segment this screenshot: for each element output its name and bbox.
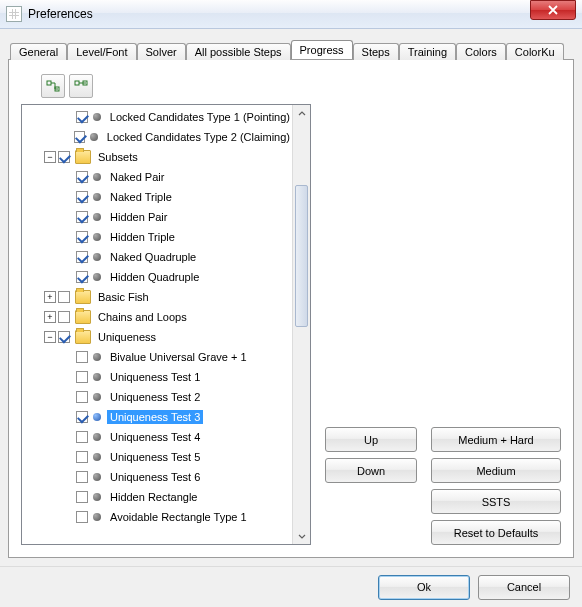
medium-hard-button[interactable]: Medium + Hard — [431, 427, 561, 452]
checkbox[interactable] — [76, 391, 88, 403]
folder-icon — [75, 150, 91, 164]
checkbox[interactable] — [76, 451, 88, 463]
tree-toolbar — [41, 74, 561, 98]
tab-all-possible-steps[interactable]: All possible Steps — [186, 43, 291, 60]
tree-item-label: Uniqueness Test 3 — [107, 410, 203, 424]
vertical-scrollbar[interactable] — [292, 105, 310, 544]
reset-defaults-button[interactable]: Reset to Defaults — [431, 520, 561, 545]
checkbox[interactable] — [76, 231, 88, 243]
chevron-up-icon — [298, 110, 306, 118]
tree-item-label: Uniqueness Test 6 — [107, 470, 203, 484]
expander-minus-icon[interactable]: − — [44, 331, 56, 343]
collapse-tree-icon — [74, 79, 88, 93]
ssts-button[interactable]: SSTS — [431, 489, 561, 514]
tree-item-label: Bivalue Universal Grave + 1 — [107, 350, 250, 364]
tree-row[interactable]: Uniqueness Test 6 — [26, 467, 293, 487]
tree-row[interactable]: Locked Candidates Type 2 (Claiming) — [26, 127, 293, 147]
tree-item-label: Uniqueness Test 5 — [107, 450, 203, 464]
checkbox[interactable] — [58, 331, 70, 343]
tree-view[interactable]: Locked Candidates Type 1 (Pointing)Locke… — [22, 105, 293, 544]
expander-minus-icon[interactable]: − — [44, 151, 56, 163]
tree-row[interactable]: Naked Quadruple — [26, 247, 293, 267]
tab-level-font[interactable]: Level/Font — [67, 43, 136, 60]
medium-button[interactable]: Medium — [431, 458, 561, 483]
collapse-all-button[interactable] — [69, 74, 93, 98]
tree-row[interactable]: Hidden Triple — [26, 227, 293, 247]
tree-row[interactable]: −Subsets — [26, 147, 293, 167]
tab-solver[interactable]: Solver — [137, 43, 186, 60]
tab-colorku[interactable]: ColorKu — [506, 43, 564, 60]
tree-row[interactable]: Hidden Quadruple — [26, 267, 293, 287]
checkbox[interactable] — [76, 271, 88, 283]
checkbox[interactable] — [76, 431, 88, 443]
checkbox[interactable] — [76, 211, 88, 223]
tree-row[interactable]: Avoidable Rectangle Type 1 — [26, 507, 293, 527]
tree-item-label: Naked Quadruple — [107, 250, 199, 264]
app-icon — [6, 6, 22, 22]
tree-row[interactable]: Hidden Rectangle — [26, 487, 293, 507]
tree-row[interactable]: Uniqueness Test 3 — [26, 407, 293, 427]
checkbox[interactable] — [76, 191, 88, 203]
checkbox[interactable] — [76, 111, 88, 123]
tree-row[interactable]: +Chains and Loops — [26, 307, 293, 327]
folder-icon — [75, 330, 91, 344]
titlebar: Preferences — [0, 0, 582, 29]
checkbox[interactable] — [76, 251, 88, 263]
item-bullet-icon — [93, 513, 101, 521]
tab-steps[interactable]: Steps — [353, 43, 399, 60]
item-bullet-icon — [93, 173, 101, 181]
tree-row[interactable]: Uniqueness Test 4 — [26, 427, 293, 447]
side-buttons: Up Down Medium + Hard Medium SSTS Reset … — [325, 104, 561, 547]
folder-icon — [75, 290, 91, 304]
tree-item-label: Basic Fish — [95, 290, 152, 304]
tree-row[interactable]: Naked Pair — [26, 167, 293, 187]
expander-plus-icon[interactable]: + — [44, 291, 56, 303]
checkbox[interactable] — [76, 471, 88, 483]
tree-item-label: Uniqueness Test 4 — [107, 430, 203, 444]
scrollbar-thumb[interactable] — [295, 185, 308, 327]
checkbox[interactable] — [76, 491, 88, 503]
item-bullet-icon — [93, 213, 101, 221]
checkbox[interactable] — [76, 351, 88, 363]
checkbox[interactable] — [74, 131, 86, 143]
tree-row[interactable]: Uniqueness Test 5 — [26, 447, 293, 467]
checkbox[interactable] — [76, 171, 88, 183]
expand-all-button[interactable] — [41, 74, 65, 98]
tab-training[interactable]: Training — [399, 43, 456, 60]
item-bullet-icon — [93, 113, 101, 121]
checkbox[interactable] — [76, 371, 88, 383]
tab-general[interactable]: General — [10, 43, 67, 60]
tab-progress[interactable]: Progress — [291, 40, 353, 59]
tree-row[interactable]: −Uniqueness — [26, 327, 293, 347]
checkbox[interactable] — [58, 291, 70, 303]
expand-tree-icon — [46, 79, 60, 93]
checkbox[interactable] — [58, 151, 70, 163]
close-button[interactable] — [530, 0, 576, 20]
scroll-down-arrow[interactable] — [293, 527, 310, 544]
panel-body: Locked Candidates Type 1 (Pointing)Locke… — [21, 104, 561, 545]
client-area: GeneralLevel/FontSolverAll possible Step… — [0, 29, 582, 566]
svg-rect-0 — [47, 81, 51, 85]
scroll-up-arrow[interactable] — [293, 105, 310, 122]
item-bullet-icon — [93, 253, 101, 261]
tree-row[interactable]: Hidden Pair — [26, 207, 293, 227]
item-bullet-icon — [93, 353, 101, 361]
checkbox[interactable] — [76, 511, 88, 523]
tree-row[interactable]: +Basic Fish — [26, 287, 293, 307]
down-button[interactable]: Down — [325, 458, 417, 483]
up-button[interactable]: Up — [325, 427, 417, 452]
tree-row[interactable]: Uniqueness Test 1 — [26, 367, 293, 387]
item-bullet-icon — [93, 493, 101, 501]
ok-button[interactable]: Ok — [378, 575, 470, 600]
tab-colors[interactable]: Colors — [456, 43, 506, 60]
window-title: Preferences — [28, 7, 578, 21]
expander-plus-icon[interactable]: + — [44, 311, 56, 323]
tree-row[interactable]: Bivalue Universal Grave + 1 — [26, 347, 293, 367]
checkbox[interactable] — [76, 411, 88, 423]
tree-row[interactable]: Locked Candidates Type 1 (Pointing) — [26, 107, 293, 127]
checkbox[interactable] — [58, 311, 70, 323]
tree-row[interactable]: Uniqueness Test 2 — [26, 387, 293, 407]
tree-row[interactable]: Naked Triple — [26, 187, 293, 207]
item-bullet-icon — [93, 413, 101, 421]
cancel-button[interactable]: Cancel — [478, 575, 570, 600]
